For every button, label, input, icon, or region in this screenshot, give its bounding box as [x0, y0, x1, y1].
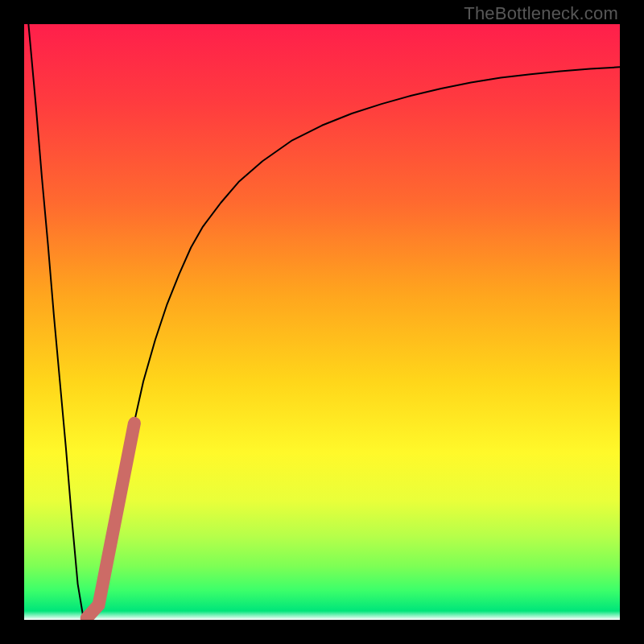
watermark-text: TheBottleneck.com [464, 3, 618, 24]
plot-area [24, 24, 620, 620]
highlight-segment [87, 423, 134, 618]
curve-layer [24, 24, 620, 620]
chart-frame: TheBottleneck.com [0, 0, 644, 644]
